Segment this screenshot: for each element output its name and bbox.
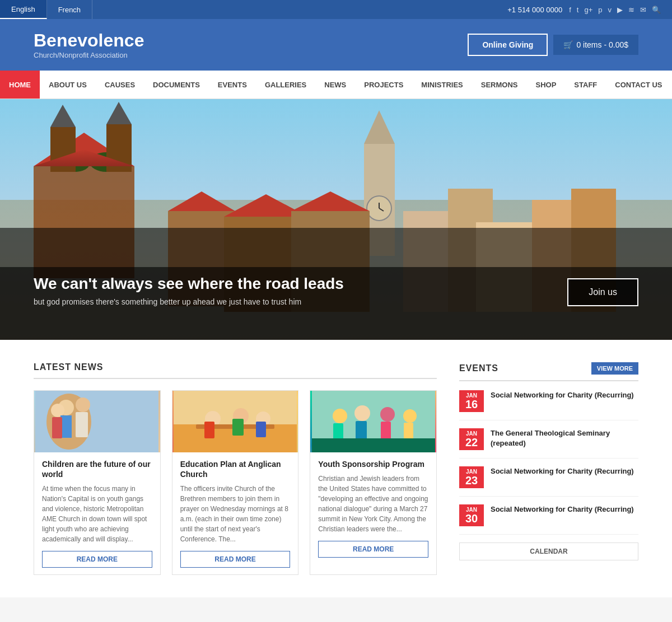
site-tagline: Church/Nonprofit Association: [34, 51, 144, 59]
rss-icon[interactable]: ≋: [628, 6, 634, 14]
hero-text: We can't always see where the road leads…: [34, 275, 344, 306]
search-icon[interactable]: 🔍: [652, 6, 661, 14]
svg-point-49: [403, 409, 417, 423]
news-excerpt-1: At time when the focus many in Nation's …: [42, 484, 152, 544]
svg-rect-43: [232, 419, 244, 436]
svg-rect-34: [76, 412, 88, 437]
social-icons: f t g+ p v ▶ ≋ ✉ 🔍: [569, 6, 661, 14]
nav-projects[interactable]: PROJECTS: [355, 71, 412, 99]
nav-staff[interactable]: STAFF: [565, 71, 606, 99]
nav-ministries[interactable]: MINISTRIES: [412, 71, 472, 99]
news-excerpt-3: Christian and Jewish leaders from the Un…: [318, 474, 428, 534]
nav-news[interactable]: NEWS: [315, 71, 355, 99]
top-bar: English French +1 514 000 0000 f t g+ p …: [0, 0, 672, 19]
event-date-2: JAN 22: [459, 428, 484, 450]
top-right-area: +1 514 000 0000 f t g+ p v ▶ ≋ ✉ 🔍: [507, 6, 672, 14]
event-day-3: 23: [464, 475, 479, 486]
cart-button[interactable]: 🛒 0 items - 0.00$: [553, 35, 638, 55]
news-section: LATEST NEWS: [34, 362, 437, 575]
news-excerpt-2: The officers invite Church of the Brethr…: [180, 484, 291, 544]
googleplus-icon[interactable]: g+: [584, 6, 592, 14]
nav-sermons[interactable]: SERMONS: [472, 71, 527, 99]
email-icon[interactable]: ✉: [640, 6, 646, 14]
event-info-3: Social Networking for Charity (Recurring…: [491, 466, 634, 476]
site-header: Benevolence Church/Nonprofit Association…: [0, 19, 672, 71]
online-giving-button[interactable]: Online Giving: [468, 34, 548, 56]
news-body-1: Children are the future of our world At …: [34, 452, 160, 574]
hero-section: We can't always see where the road leads…: [0, 99, 672, 340]
svg-point-48: [380, 407, 395, 422]
event-day-4: 30: [464, 513, 479, 524]
event-item-1: JAN 16 Social Networking for Charity (Re…: [459, 390, 638, 420]
news-image-2: [172, 391, 298, 452]
view-more-button[interactable]: VIEW MORE: [591, 362, 638, 375]
svg-point-46: [333, 409, 347, 423]
read-more-button-1[interactable]: READ MORE: [42, 551, 152, 568]
logo-area: Benevolence Church/Nonprofit Association: [34, 30, 144, 59]
news-title-2: Education Plan at Anglican Church: [180, 459, 291, 479]
news-image-3: [310, 391, 436, 452]
svg-rect-44: [256, 422, 266, 437]
event-name-4: Social Networking for Charity (Recurring…: [491, 504, 634, 515]
event-item-4: JAN 30 Social Networking for Charity (Re…: [459, 504, 638, 535]
news-image-1: [34, 391, 160, 452]
lang-english[interactable]: English: [0, 0, 47, 19]
youtube-icon[interactable]: ▶: [617, 6, 623, 14]
event-day-1: 16: [464, 399, 479, 410]
twitter-icon[interactable]: t: [577, 6, 579, 14]
event-name-2: The General Theological Seminary (repeat…: [491, 428, 638, 448]
nav-galleries[interactable]: GALLERIES: [256, 71, 315, 99]
vimeo-icon[interactable]: v: [608, 6, 612, 14]
content-grid: LATEST NEWS: [34, 362, 638, 575]
news-title-1: Children are the future of our world: [42, 459, 152, 479]
news-card-2: Education Plan at Anglican Church The of…: [172, 390, 299, 575]
event-name-1: Social Networking for Charity (Recurring…: [491, 390, 634, 400]
event-date-4: JAN 30: [459, 504, 484, 526]
svg-point-47: [354, 405, 370, 421]
svg-rect-54: [312, 438, 435, 452]
hero-subtext: but god promises there's something bette…: [34, 297, 344, 306]
calendar-button[interactable]: CALENDAR: [459, 543, 638, 560]
nav-shop[interactable]: SHOP: [527, 71, 566, 99]
svg-point-31: [76, 397, 90, 412]
events-header: EVENTS VIEW MORE: [459, 362, 638, 381]
nav-events[interactable]: EVENTS: [209, 71, 256, 99]
event-info-4: Social Networking for Charity (Recurring…: [491, 504, 634, 515]
events-section: EVENTS VIEW MORE JAN 16 Social Networkin…: [459, 362, 638, 575]
svg-rect-35: [52, 417, 62, 438]
nav-documents[interactable]: DOCUMENTS: [144, 71, 209, 99]
event-info-1: Social Networking for Charity (Recurring…: [491, 390, 634, 400]
cart-label: 0 items - 0.00$: [576, 40, 628, 49]
hero-headline: We can't always see where the road leads: [34, 275, 344, 293]
event-item-2: JAN 22 The General Theological Seminary …: [459, 428, 638, 459]
event-name-3: Social Networking for Charity (Recurring…: [491, 466, 634, 476]
svg-point-32: [51, 404, 64, 417]
join-us-button[interactable]: Join us: [567, 278, 638, 306]
event-date-1: JAN 16: [459, 390, 484, 412]
nav-home[interactable]: HOME: [0, 71, 40, 99]
pinterest-icon[interactable]: p: [598, 6, 602, 14]
nav-contact-us[interactable]: CONTACT US: [606, 71, 671, 99]
news-body-3: Youth Sponsorship Program Christian and …: [310, 452, 436, 564]
news-section-title: LATEST NEWS: [34, 362, 437, 379]
svg-rect-42: [204, 422, 214, 438]
main-content: LATEST NEWS: [0, 340, 672, 597]
event-info-2: The General Theological Seminary (repeat…: [491, 428, 638, 448]
main-nav: HOME ABOUT US CAUSES DOCUMENTS EVENTS GA…: [0, 71, 672, 99]
phone-number: +1 514 000 0000: [507, 6, 562, 14]
nav-causes[interactable]: CAUSES: [96, 71, 144, 99]
read-more-button-2[interactable]: READ MORE: [180, 551, 291, 568]
lang-french[interactable]: French: [47, 0, 92, 19]
news-card-1: Children are the future of our world At …: [34, 390, 161, 575]
nav-about-us[interactable]: ABOUT US: [40, 71, 96, 99]
event-day-2: 22: [464, 437, 479, 448]
read-more-button-3[interactable]: READ MORE: [318, 541, 428, 558]
site-name: Benevolence: [34, 30, 144, 51]
event-item-3: JAN 23 Social Networking for Charity (Re…: [459, 466, 638, 497]
header-buttons: Online Giving 🛒 0 items - 0.00$: [468, 34, 638, 56]
facebook-icon[interactable]: f: [569, 6, 571, 14]
news-body-2: Education Plan at Anglican Church The of…: [172, 452, 298, 574]
news-card-3: Youth Sponsorship Program Christian and …: [310, 390, 437, 575]
news-title-3: Youth Sponsorship Program: [318, 459, 428, 469]
news-grid: Children are the future of our world At …: [34, 390, 437, 575]
